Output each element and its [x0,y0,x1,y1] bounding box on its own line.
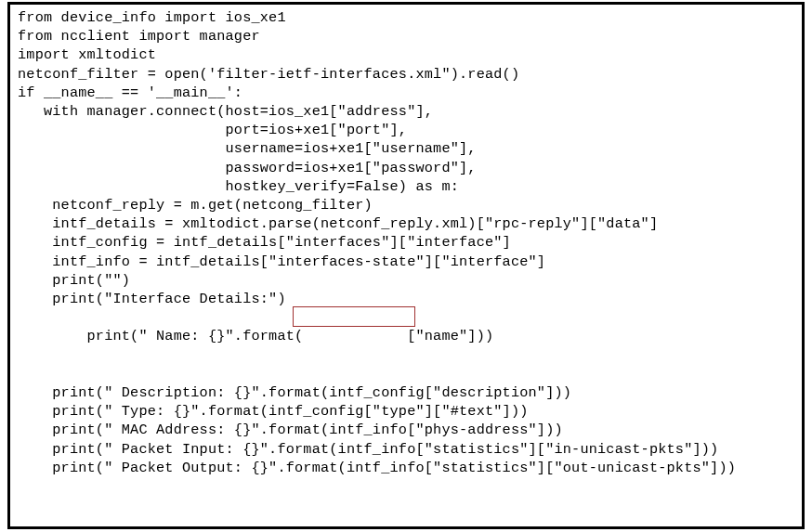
code-line: if __name__ == '__main__': [18,84,802,102]
code-line: netconf_filter = open('filter-ietf-inter… [18,65,802,84]
code-line: print("Interface Details:") [18,290,802,308]
code-line: print(" Packet Input: {}".format(intf_in… [18,440,802,459]
code-text: print(" Name: {}".format( ["name"])) [52,328,493,344]
code-line: hostkey_verify=False) as m: [18,177,802,196]
code-line: username=ios+xe1["username"], [18,139,802,158]
code-line: print(" Description: {}".format(intf_con… [18,383,802,402]
code-line: intf_details = xmltodict.parse(netconf_r… [18,214,802,233]
code-frame: from device_info import ios_xe1 from ncc… [7,2,805,529]
code-line: print("") [18,271,802,290]
code-line: print(" Packet Output: {}".format(intf_i… [18,459,802,477]
code-line: netconf_reply = m.get(netcong_filter) [18,196,802,214]
code-line: intf_config = intf_details["interfaces"]… [18,233,802,252]
code-line: from ncclient import manager [18,27,802,45]
code-line: import xmltodict [18,45,802,64]
code-line-with-blank: print(" Name: {}".format( ["name"])) [18,308,802,383]
code-line: password=ios+xe1["password"], [18,159,802,177]
code-line: from device_info import ios_xe1 [18,8,802,27]
code-line: intf_info = intf_details["interfaces-sta… [18,253,802,271]
code-line: print(" Type: {}".format(intf_config["ty… [18,402,802,421]
code-line: port=ios+xe1["port"], [18,121,802,139]
code-line: with manager.connect(host=ios_xe1["addre… [18,102,802,121]
answer-dropdown[interactable] [293,306,415,327]
code-line: print(" MAC Address: {}".format(intf_inf… [18,421,802,439]
